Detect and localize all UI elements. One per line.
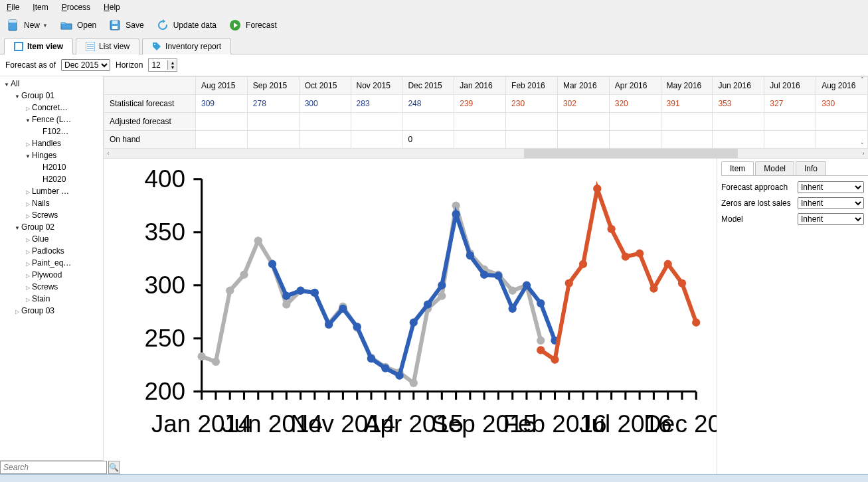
collapse-icon[interactable] [13,307,21,315]
side-tab-model[interactable]: Model [755,161,794,175]
cell[interactable] [299,113,351,131]
tab-list-view[interactable]: List view [76,38,139,54]
forecast-table[interactable]: Aug 2015Sep 2015Oct 2015Nov 2015Dec 2015… [104,76,868,149]
col-header[interactable]: Mar 2016 [557,77,609,95]
collapse-icon[interactable] [24,104,32,112]
new-button[interactable]: New ▼ [7,19,48,32]
expand-icon[interactable] [24,116,32,123]
cell[interactable]: 309 [196,95,248,113]
update-data-button[interactable]: Update data [156,19,217,32]
cell[interactable] [351,131,402,149]
tree-item[interactable]: Lumber … [0,185,103,197]
side-tab-info[interactable]: Info [796,161,826,175]
zeros-lost-sales-select[interactable]: Inherit [798,197,864,209]
scroll-right-icon[interactable]: › [859,149,868,158]
cell[interactable] [713,131,764,149]
col-header[interactable]: Apr 2016 [609,77,661,95]
cell[interactable]: 283 [351,95,402,113]
cell[interactable] [764,131,816,149]
cell[interactable]: 302 [557,95,609,113]
expand-icon[interactable] [3,80,11,88]
expand-icon[interactable] [24,152,32,159]
menu-help[interactable]: Help [104,3,120,12]
cell[interactable] [247,131,299,149]
scroll-up-icon[interactable]: ˄ [856,76,868,83]
tree-item[interactable]: H2010 [0,161,103,173]
spin-up-icon[interactable]: ▲ [168,60,177,65]
tab-item-view[interactable]: Item view [4,38,73,54]
tab-inventory-report[interactable]: Inventory report [142,38,231,54]
menu-process[interactable]: Process [62,3,90,12]
cell[interactable] [299,131,351,149]
cell[interactable] [713,113,764,131]
menu-file[interactable]: File [7,3,19,12]
cell[interactable] [764,113,816,131]
collapse-icon[interactable] [24,283,32,291]
col-header[interactable]: Aug 2015 [196,77,248,95]
collapse-icon[interactable] [24,248,32,255]
cell[interactable] [557,131,609,149]
collapse-icon[interactable] [24,212,32,219]
menu-item[interactable]: Item [33,3,48,12]
collapse-icon[interactable] [24,272,32,279]
tree-item[interactable]: Concret… [0,102,103,114]
cell[interactable]: 239 [454,95,506,113]
cell[interactable]: 278 [247,95,299,113]
col-header[interactable]: Feb 2016 [506,77,558,95]
collapse-icon[interactable] [24,140,32,147]
cell[interactable] [661,131,713,149]
cell[interactable] [454,113,506,131]
cell[interactable] [609,131,661,149]
collapse-icon[interactable] [24,295,32,303]
col-header[interactable]: Oct 2015 [299,77,351,95]
tree-item[interactable]: Group 03 [0,305,103,317]
search-input[interactable] [0,461,107,474]
tree-item[interactable]: Hinges [0,149,103,161]
cell[interactable] [609,113,661,131]
tree-item[interactable]: Screws [0,281,103,293]
collapse-icon[interactable] [24,188,32,195]
col-header[interactable]: Nov 2015 [351,77,402,95]
forecast-date-select[interactable]: Dec 2015 [61,59,110,71]
col-header[interactable]: Jan 2016 [454,77,506,95]
side-tab-item[interactable]: Item [721,161,754,175]
tree-item[interactable]: Group 01 [0,90,103,102]
expand-icon[interactable] [13,224,21,231]
forecast-button[interactable]: Forecast [228,19,277,32]
cell[interactable] [454,131,506,149]
save-button[interactable]: Save [108,19,143,32]
cell[interactable] [247,113,299,131]
cell[interactable]: 353 [713,95,764,113]
tree-item[interactable]: Glue [0,233,103,245]
item-tree[interactable]: AllGroup 01Concret…Fence (L…F102…Handles… [0,76,103,460]
col-header[interactable]: May 2016 [661,77,713,95]
scroll-left-icon[interactable]: ‹ [104,149,113,158]
cell[interactable] [557,113,609,131]
horizon-spinner[interactable]: ▲▼ [148,58,177,72]
model-select[interactable]: Inherit [798,213,864,225]
forecast-approach-select[interactable]: Inherit [798,181,864,193]
cell[interactable] [506,113,558,131]
tree-item[interactable]: Stain [0,293,103,305]
tree-item[interactable]: H2020 [0,173,103,185]
cell[interactable] [196,113,248,131]
expand-icon[interactable] [13,92,21,100]
collapse-icon[interactable] [24,260,32,267]
scroll-down-icon[interactable]: ˅ [856,142,868,149]
tree-item[interactable]: Paint_eq… [0,257,103,269]
tree-item[interactable]: F102… [0,125,103,137]
tree-item[interactable]: Handles [0,137,103,149]
cell[interactable]: 327 [764,95,816,113]
col-header[interactable]: Dec 2015 [402,77,454,95]
col-header[interactable]: Sep 2015 [247,77,299,95]
col-header[interactable]: Jun 2016 [713,77,764,95]
tree-item[interactable]: Group 02 [0,221,103,233]
tree-item[interactable]: Plywood [0,269,103,281]
cell[interactable]: 391 [661,95,713,113]
scroll-thumb[interactable] [524,149,738,158]
cell[interactable] [196,131,248,149]
collapse-icon[interactable] [24,200,32,207]
cell[interactable] [402,113,454,131]
cell[interactable] [661,113,713,131]
table-hscroll[interactable]: ‹ › [104,149,868,158]
